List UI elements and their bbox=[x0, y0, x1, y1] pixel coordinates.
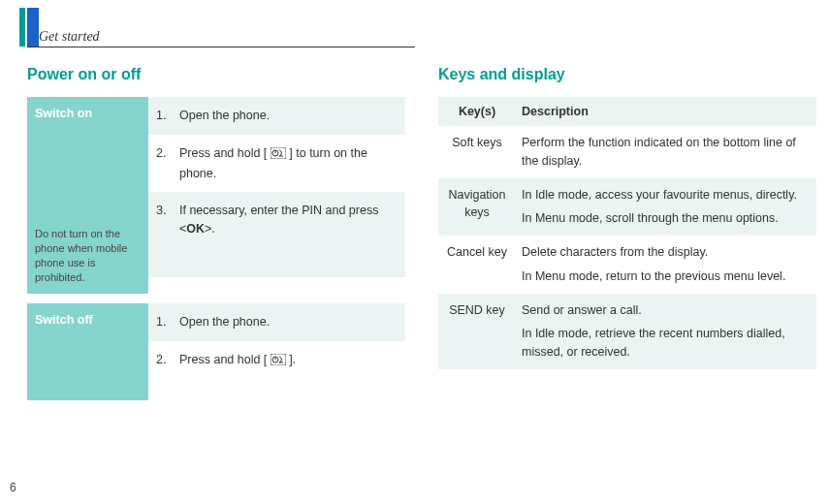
accent-bar-blue bbox=[27, 8, 39, 47]
power-end-icon bbox=[271, 146, 286, 165]
step-number: 2. bbox=[156, 144, 174, 183]
switch-on-label-cell: Switch on Do not turn on the phone when … bbox=[27, 97, 148, 294]
switch-on-steps: 1. Open the phone. 2. Press and hold [ bbox=[148, 97, 405, 294]
list-item: 1. Open the phone. bbox=[148, 303, 405, 341]
list-item: 2. Press and hold [ bbox=[148, 135, 405, 193]
desc-line: Send or answer a call. bbox=[522, 301, 811, 320]
table-header-desc: Description bbox=[516, 97, 816, 126]
step-text: If necessary, enter the PIN and press <O… bbox=[179, 202, 394, 238]
key-cell: Cancel key bbox=[438, 236, 516, 294]
keys-table: Key(s) Description Soft keys Perform the… bbox=[438, 97, 816, 369]
running-title: Get started bbox=[39, 29, 100, 45]
desc-cell: Delete characters from the display. In M… bbox=[516, 236, 816, 294]
list-item: 1. Open the phone. bbox=[148, 97, 405, 135]
key-cell: Navigation keys bbox=[438, 178, 516, 236]
table-row: Soft keys Perform the function indicated… bbox=[438, 126, 816, 178]
desc-cell: In Idle mode, access your favourite menu… bbox=[516, 178, 816, 236]
switch-off-label: Switch off bbox=[35, 313, 93, 327]
header-rule bbox=[27, 47, 415, 47]
step-number: 2. bbox=[156, 351, 174, 371]
step-text: Open the phone. bbox=[179, 107, 270, 125]
page-number: 6 bbox=[10, 481, 16, 494]
right-column: Keys and display Key(s) Description Soft… bbox=[438, 66, 816, 410]
section-title-keys: Keys and display bbox=[438, 66, 816, 83]
step-text: Press and hold [ ] to tur bbox=[179, 144, 394, 183]
step-number: 3. bbox=[156, 202, 174, 238]
content-columns: Power on or off Switch on Do not turn on… bbox=[0, 48, 829, 410]
desc-line: Delete characters from the display. bbox=[522, 243, 811, 262]
step-text: Press and hold [ ]. bbox=[179, 351, 296, 371]
page-header: Get started bbox=[0, 0, 829, 48]
table-row: SEND key Send or answer a call. In Idle … bbox=[438, 294, 816, 369]
key-cell: Soft keys bbox=[438, 126, 516, 178]
switch-off-block: Switch off 1. Open the phone. 2. Press a… bbox=[27, 303, 405, 400]
desc-cell: Send or answer a call. In Idle mode, ret… bbox=[516, 294, 816, 369]
list-item: 3. If necessary, enter the PIN and press… bbox=[148, 192, 405, 277]
ok-bold: OK bbox=[186, 222, 205, 236]
header-accent-bars bbox=[19, 8, 39, 43]
desc-line: In Menu mode, return to the previous men… bbox=[522, 268, 811, 286]
step-number: 1. bbox=[156, 313, 174, 331]
left-column: Power on or off Switch on Do not turn on… bbox=[27, 66, 405, 410]
table-row: Cancel key Delete characters from the di… bbox=[438, 236, 816, 294]
document-page: Get started Power on or off Switch on Do… bbox=[0, 0, 829, 504]
step-text-after: >. bbox=[205, 222, 215, 236]
table-header-keys: Key(s) bbox=[438, 97, 516, 126]
desc-cell: Perform the function indicated on the bo… bbox=[516, 126, 816, 178]
section-title-power: Power on or off bbox=[27, 66, 405, 83]
list-item: 2. Press and hold [ bbox=[148, 341, 405, 400]
step-number: 1. bbox=[156, 107, 174, 125]
step-text-after: ]. bbox=[289, 353, 296, 366]
power-end-icon bbox=[271, 353, 286, 371]
switch-on-block: Switch on Do not turn on the phone when … bbox=[27, 97, 405, 294]
desc-line: In Idle mode, access your favourite menu… bbox=[522, 186, 811, 205]
table-header-row: Key(s) Description bbox=[438, 97, 816, 126]
step-text-before: Press and hold [ bbox=[179, 146, 271, 160]
desc-line: In Menu mode, scroll through the menu op… bbox=[522, 209, 811, 228]
desc-line: In Idle mode, retrieve the recent number… bbox=[522, 325, 811, 362]
switch-off-steps: 1. Open the phone. 2. Press and hold [ bbox=[148, 303, 405, 400]
step-text: Open the phone. bbox=[179, 313, 270, 331]
table-row: Navigation keys In Idle mode, access you… bbox=[438, 178, 816, 236]
accent-bar-green bbox=[19, 8, 25, 47]
switch-on-note: Do not turn on the phone when mobile pho… bbox=[35, 227, 141, 284]
key-cell: SEND key bbox=[438, 294, 516, 369]
switch-on-label: Switch on bbox=[35, 107, 92, 120]
switch-off-label-cell: Switch off bbox=[27, 303, 148, 400]
step-text-before: Press and hold [ bbox=[179, 353, 271, 366]
